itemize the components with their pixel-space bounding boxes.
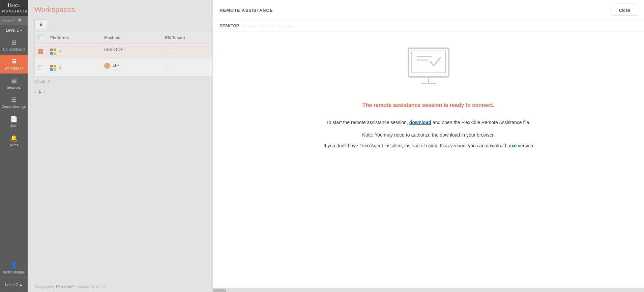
sidebar-item-workspaces[interactable]: 🖥 Workspaces [0, 55, 28, 74]
sidebar-item-connection-logs[interactable]: ☰ Connection logs [0, 93, 28, 112]
level-label: Level 1 [6, 28, 19, 33]
chevron-down-icon: ▾ [20, 29, 22, 32]
alerts-icon: 🔔 [10, 135, 18, 142]
workspaces-icon: 🖥 [11, 58, 17, 65]
desktop-label: DESKTOP [219, 24, 239, 28]
sidebar-item-label: Workspaces [5, 66, 23, 70]
close-button[interactable]: Close [612, 5, 637, 16]
dialog-title: REMOTE ASSISTANCE [219, 8, 273, 13]
search-bar[interactable]: 🔍 [0, 16, 28, 25]
desktop-value: ········································… [242, 24, 297, 28]
instruction-text: To start the remote assistance session, … [326, 118, 530, 127]
sessions-icon: ▤ [11, 77, 17, 84]
download-link[interactable]: download [409, 120, 431, 125]
sidebar-item-alerts[interactable]: 🔔 Alerts [0, 131, 28, 150]
search-input[interactable] [3, 19, 18, 23]
sidebar-item-profile-storage[interactable]: 👤 Profile storage [0, 258, 28, 278]
flxra-text: If you don't have FlexxAgent installed, … [324, 143, 533, 148]
svg-rect-1 [412, 51, 445, 73]
level2-label: Level 2 [5, 283, 18, 287]
sidebar: flexx WORKSPACES 🔍 Level 1 ▾ ⊞ UX dashbo… [0, 0, 28, 292]
sidebar-item-sessions[interactable]: ▤ Sessions [0, 74, 28, 93]
dialog-body: The remote assistance session is ready t… [213, 31, 644, 288]
sidebar-item-label: Connection logs [2, 105, 26, 109]
sidebar-item-label: Jobs [10, 124, 17, 128]
jobs-icon: 📄 [10, 115, 18, 123]
app-logo: flexx WORKSPACES [0, 0, 28, 16]
dialog-scrollbar[interactable] [213, 288, 644, 292]
note-text: Note: You may need to authorize the down… [362, 132, 495, 138]
sidebar-item-label: Sessions [7, 86, 21, 89]
exe-after: version [518, 143, 533, 148]
dialog-header: REMOTE ASSISTANCE Close [213, 0, 644, 21]
level-selector[interactable]: Level 1 ▾ [0, 25, 28, 35]
instruction-after: and open the Flexxible Remote Assistance… [433, 120, 530, 125]
dashboard-icon: ⊞ [11, 39, 17, 46]
chevron-right-icon: ▶ [20, 283, 23, 287]
remote-assistance-illustration [405, 45, 452, 92]
sidebar-item-jobs[interactable]: 📄 Jobs [0, 112, 28, 131]
flxra-before: If you don't have FlexxAgent installed, … [324, 143, 506, 148]
dialog-desktop-row: DESKTOP ································… [213, 21, 644, 31]
logo-workspaces: WORKSPACES [2, 10, 28, 13]
scrollbar-thumb[interactable] [213, 289, 226, 292]
remote-assistance-dialog: REMOTE ASSISTANCE Close DESKTOP ········… [212, 0, 644, 292]
sidebar-item-label: UX dashboard [3, 48, 25, 51]
exe-link[interactable]: .exe [507, 143, 517, 148]
sidebar-level2[interactable]: Level 2 ▶ [0, 278, 28, 292]
instruction-before: To start the remote assistance session, [326, 120, 408, 125]
sidebar-item-label: Alerts [9, 143, 18, 147]
logs-icon: ☰ [11, 96, 17, 104]
sidebar-item-label: Profile storage [3, 270, 25, 274]
profile-icon: 👤 [10, 262, 18, 269]
sidebar-item-ux-dashboard[interactable]: ⊞ UX dashboard [0, 35, 28, 55]
ready-text: The remote assistance session is ready t… [362, 102, 494, 108]
search-icon[interactable]: 🔍 [18, 18, 23, 23]
